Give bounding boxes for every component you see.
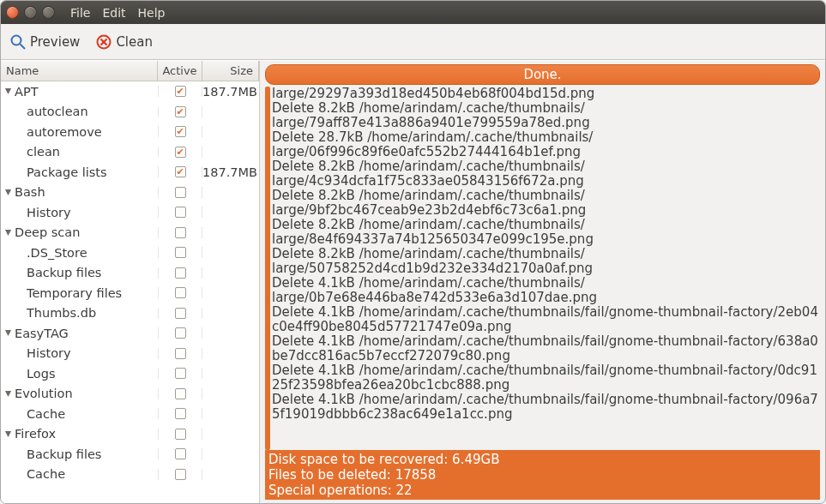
tree-cell-active [158,308,202,319]
tree-cell-name: autoremove [1,125,158,139]
tree-label: Logs [27,367,55,381]
tree-label: APT [15,85,39,99]
checkbox[interactable] [175,348,186,359]
checkbox[interactable] [175,408,186,419]
checkbox[interactable] [175,106,186,117]
tree-label: Cache [27,467,65,481]
log-line: Delete 8.2kB /home/arindam/.cache/thumbn… [272,101,820,116]
column-name[interactable]: Name [1,61,158,81]
tree-item-row[interactable]: History [1,202,259,223]
tree-cell-size: 187.7MB [202,165,259,179]
checkbox[interactable] [175,267,186,279]
checkbox[interactable] [175,287,186,298]
status-done-bar: Done. [265,64,820,85]
tree-item-row[interactable]: Thumbs.db [1,303,259,324]
checkbox[interactable] [175,327,186,339]
tree-cell-active [158,267,202,279]
checkbox[interactable] [175,368,186,379]
tree-cell-name: EasyTAG [1,327,158,340]
checkbox[interactable] [175,147,186,158]
log-line: Delete 8.2kB /home/arindam/.cache/thumbn… [272,189,820,203]
menubar: File Edit Help [70,6,165,20]
tree-group-row[interactable]: Deep scan [1,223,259,243]
checkbox[interactable] [175,126,186,137]
tree-label: History [27,206,71,219]
log-line: large/29297a393d18ed450b4eb68f004bd15d.p… [272,87,820,101]
column-size[interactable]: Size [202,61,259,81]
tree-item-row[interactable]: History [1,344,259,364]
tree-cell-size: 187.7MB [202,85,259,99]
tree-item-row[interactable]: .DS_Store [1,243,259,263]
tree-label: autoremove [27,125,102,139]
checkbox[interactable] [175,86,186,97]
checkbox[interactable] [175,247,186,258]
tree-item-row[interactable]: autoclean [1,102,259,123]
tree-item-row[interactable]: Cache [1,404,259,424]
toolbar: Preview Clean [1,24,825,60]
tree-item-row[interactable]: Temporary files [1,283,259,303]
tree-item-row[interactable]: Backup files [1,263,259,284]
tree-item-row[interactable]: Package lists187.7MB [1,162,259,183]
tree-body[interactable]: APT187.7MBautocleanautoremovecleanPackag… [1,81,259,503]
menu-edit[interactable]: Edit [102,6,125,20]
column-active[interactable]: Active [158,61,202,81]
expander-icon[interactable] [3,429,13,439]
tree-cell-active [158,327,202,339]
tree-label: Package lists [27,165,107,179]
summary-bar: Disk space to be recovered: 6.49GB Files… [265,450,820,500]
tree-cell-active [158,469,202,480]
log-line: Delete 8.2kB /home/arindam/.cache/thumbn… [272,159,820,174]
tree-item-row[interactable]: clean [1,142,259,163]
menu-file[interactable]: File [70,6,90,20]
tree-item-row[interactable]: Logs [1,363,259,384]
expander-icon[interactable] [3,388,13,399]
tree-label: Evolution [15,387,73,400]
log-area: large/29297a393d18ed450b4eb68f004bd15d.p… [265,87,820,450]
tree-item-row[interactable]: Backup files [1,444,259,465]
checkbox[interactable] [175,448,186,459]
checkbox[interactable] [175,469,186,480]
tree-cell-name: clean [1,145,158,159]
window-maximize-button[interactable] [42,6,55,19]
tree-group-row[interactable]: Bash [1,183,259,203]
checkbox[interactable] [175,166,186,177]
tree-label: Cache [27,407,65,421]
clean-label: Clean [116,34,153,50]
checkbox[interactable] [175,187,186,198]
tree-cell-active [158,247,202,258]
tree-group-row[interactable]: Evolution [1,384,259,405]
log-scroll[interactable]: large/29297a393d18ed450b4eb68f004bd15d.p… [270,87,820,450]
expander-icon[interactable] [3,227,13,237]
expander-icon[interactable] [3,87,13,97]
tree-group-row[interactable]: Firefox [1,424,259,445]
tree-cell-name: Thumbs.db [1,306,158,320]
checkbox[interactable] [175,308,186,319]
checkbox[interactable] [175,388,186,399]
svg-point-0 [12,35,21,45]
tree-cell-name: Cache [1,407,158,421]
preview-button[interactable]: Preview [9,33,80,51]
log-line: large/9bf2bc467ceab9e23b2d4ebf6c73c6a1.p… [272,203,820,218]
log-line: large/06f996c89f6e0afc552b27444164b1ef.p… [272,145,820,159]
tree-cell-name: APT [1,85,158,99]
log-line: large/4c934dcfa1f75c833ae05843156f672a.p… [272,174,820,189]
log-line: Delete 4.1kB /home/arindam/.cache/thumbn… [272,393,820,422]
window-minimize-button[interactable] [24,6,37,19]
menu-help[interactable]: Help [138,6,166,20]
tree-group-row[interactable]: EasyTAG [1,323,259,344]
tree-cell-active [158,147,202,158]
expander-icon[interactable] [3,328,13,339]
checkbox[interactable] [175,429,186,440]
main-area: Name Active Size APT187.7MBautocleanauto… [1,60,825,503]
results-panel: Done. large/29297a393d18ed450b4eb68f004b… [260,61,825,503]
tree-group-row[interactable]: APT187.7MB [1,81,259,102]
checkbox[interactable] [175,207,186,218]
checkbox[interactable] [175,227,186,238]
clean-button[interactable]: Clean [95,33,153,51]
tree-item-row[interactable]: Cache [1,465,259,485]
tree-item-row[interactable]: autoremove [1,122,259,142]
expander-icon[interactable] [3,187,13,197]
window-close-button[interactable] [6,6,19,19]
log-line: large/0b7e68e446ba8e742d533e6a3d107dae.p… [272,291,820,305]
tree-cell-active [158,429,202,440]
